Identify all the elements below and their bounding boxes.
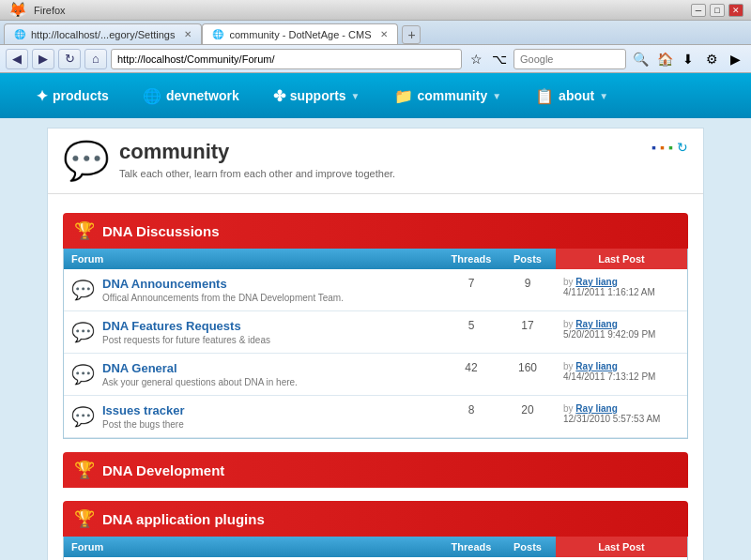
- arrow-icon[interactable]: ▶: [725, 49, 745, 69]
- minimize-button[interactable]: ─: [691, 4, 706, 17]
- last-post-by-label: by: [563, 403, 575, 414]
- last-post-user-link[interactable]: Ray liang: [575, 361, 617, 371]
- forum-chat-icon: 💬: [71, 321, 95, 343]
- forum-desc: Ask your general questions about DNA in …: [102, 377, 298, 387]
- main-content: 🏆 DNA Discussions Forum Threads Posts La…: [48, 204, 703, 560]
- nav-item-about[interactable]: 📋 about ▼: [518, 78, 625, 114]
- forum-name-link[interactable]: DNA Announcements: [102, 277, 227, 291]
- share-icon-1[interactable]: ▪: [651, 140, 656, 155]
- community-description: Talk each other, learn from each other a…: [119, 168, 651, 179]
- section-header-development: 🏆 DNA Development: [63, 452, 688, 488]
- last-post-user-link[interactable]: Ray liang: [575, 403, 617, 414]
- home-icon[interactable]: 🏠: [654, 49, 675, 69]
- close-button[interactable]: ✕: [728, 4, 743, 17]
- back-button[interactable]: ◀: [6, 49, 28, 69]
- last-post-user-link[interactable]: Ray liang: [575, 277, 617, 287]
- nav-bar: ◀ ▶ ↻ ⌂ ☆ ⌥ 🔍 🏠 ⬇ ⚙ ▶: [0, 45, 751, 73]
- discussions-title: DNA Discussions: [102, 223, 219, 239]
- tab-community[interactable]: 🌐 community - DotNetAge - CMS ✕: [202, 23, 398, 44]
- site-content: ✦ products 🌐 devnetwork ✤ supports ▼ 📁 c…: [0, 73, 751, 560]
- home-button[interactable]: ⌂: [84, 49, 107, 69]
- maximize-button[interactable]: □: [710, 4, 725, 17]
- forum-posts: 160: [499, 354, 556, 396]
- nav-item-devnetwork[interactable]: 🌐 devnetwork: [126, 78, 256, 114]
- forum-last-post: by Ray liang 12/31/2010 5:57:53 AM: [556, 396, 687, 438]
- url-bar[interactable]: [111, 49, 462, 69]
- forum-threads: 5: [443, 311, 499, 354]
- last-post-date: 4/14/2011 7:13:12 PM: [563, 371, 655, 382]
- plugins-col-last-post: Last Post: [556, 537, 687, 557]
- settings-icon[interactable]: ⚙: [701, 49, 722, 69]
- products-label: products: [53, 88, 109, 103]
- community-icon: 📁: [394, 87, 413, 105]
- about-label: about: [559, 88, 594, 103]
- forum-desc: Offical Announcements from the DNA Devel…: [102, 293, 344, 303]
- tab-icon-community: 🌐: [212, 29, 223, 39]
- col-forum: Forum: [64, 249, 443, 269]
- search-bar-area: 🔍: [513, 49, 651, 69]
- window-title: Firefox: [34, 5, 66, 16]
- share-icon-4[interactable]: ↻: [677, 140, 688, 155]
- supports-icon: ✤: [273, 87, 285, 105]
- tab-settings[interactable]: 🌐 http://localhost/...egory/Settings ✕: [4, 23, 202, 44]
- community-header-icon: 💬: [63, 140, 110, 182]
- discussions-table-outer: Forum Threads Posts Last Post 💬 DNA Anno…: [63, 249, 688, 439]
- development-trophy-icon: 🏆: [74, 460, 95, 480]
- table-row: 💬 DNA Announcements Offical Announcement…: [64, 269, 687, 311]
- title-bar: 🦊 Firefox ─ □ ✕: [0, 0, 751, 21]
- table-row: 💬 Issues tracker Post the bugs there 8 2…: [64, 396, 687, 438]
- search-icon[interactable]: 🔍: [630, 49, 651, 69]
- forum-name-link[interactable]: Issues tracker: [102, 403, 184, 417]
- forum-posts: 17: [499, 311, 556, 354]
- supports-label: supports: [290, 88, 346, 103]
- forum-name-link[interactable]: DNA Features Requests: [102, 319, 241, 333]
- last-post-date: 12/31/2010 5:57:53 AM: [563, 414, 660, 424]
- tab-close-community-icon[interactable]: ✕: [380, 29, 388, 39]
- forward-button[interactable]: ▶: [32, 49, 54, 69]
- tab-bar: 🌐 http://localhost/...egory/Settings ✕ 🌐…: [0, 21, 751, 45]
- plugins-title: DNA application plugins: [102, 511, 265, 527]
- about-icon: 📋: [535, 87, 554, 105]
- rss-icon[interactable]: ⌥: [489, 49, 510, 69]
- about-arrow: ▼: [599, 91, 608, 101]
- forum-chat-icon: 💬: [71, 363, 95, 386]
- col-last-post: Last Post: [556, 249, 687, 269]
- table-header-row: Forum Threads Posts Last Post: [64, 249, 687, 269]
- col-posts: Posts: [499, 249, 556, 269]
- last-post-by-label: by: [563, 319, 575, 329]
- forum-last-post: by Ray liang 5/20/2011 9:42:09 PM: [556, 311, 687, 354]
- tab-close-icon[interactable]: ✕: [184, 29, 192, 39]
- forum-last-post: by Ray liang 4/14/2011 7:13:12 PM: [556, 354, 687, 396]
- bookmark-icon[interactable]: ☆: [466, 49, 486, 69]
- nav-item-community[interactable]: 📁 community ▼: [377, 78, 519, 114]
- section-header-plugins: 🏆 DNA application plugins: [63, 501, 688, 537]
- plugins-trophy-icon: 🏆: [74, 508, 95, 529]
- forum-posts: 9: [499, 269, 556, 311]
- plugins-table: Forum Threads Posts Last Post 💬 Publishi…: [64, 537, 687, 560]
- devnetwork-label: devnetwork: [166, 88, 239, 103]
- search-input[interactable]: [513, 49, 626, 69]
- toolbar-icons: 🏠 ⬇ ⚙ ▶: [654, 49, 745, 69]
- nav-item-products[interactable]: ✦ products: [19, 78, 126, 114]
- tab-label-community: community - DotNetAge - CMS: [229, 29, 371, 40]
- supports-arrow: ▼: [351, 91, 360, 101]
- new-tab-button[interactable]: +: [402, 25, 421, 44]
- last-post-date: 4/11/2011 1:16:12 AM: [563, 287, 655, 297]
- table-row: 💬 DNA Features Requests Post requests fo…: [64, 311, 687, 354]
- forum-desc: Post requests for future features & idea…: [102, 335, 270, 345]
- reload-button[interactable]: ↻: [58, 49, 81, 69]
- forum-threads: 42: [443, 354, 499, 396]
- download-icon[interactable]: ⬇: [678, 49, 698, 69]
- share-icon-3[interactable]: ▪: [668, 140, 673, 155]
- forum-name-link[interactable]: DNA General: [102, 361, 177, 375]
- plugins-header-row: Forum Threads Posts Last Post: [64, 537, 687, 557]
- last-post-by-label: by: [563, 277, 575, 287]
- forum-threads: 7: [443, 269, 499, 311]
- url-input[interactable]: [117, 53, 455, 65]
- last-post-user-link[interactable]: Ray liang: [575, 319, 617, 329]
- section-header-discussions: 🏆 DNA Discussions: [63, 213, 688, 249]
- browser-window: 🦊 Firefox ─ □ ✕ 🌐 http://localhost/...eg…: [0, 0, 751, 73]
- community-bubble-icon: 💬: [63, 139, 110, 183]
- share-icon-2[interactable]: ▪: [660, 140, 665, 155]
- nav-item-supports[interactable]: ✤ supports ▼: [256, 78, 377, 114]
